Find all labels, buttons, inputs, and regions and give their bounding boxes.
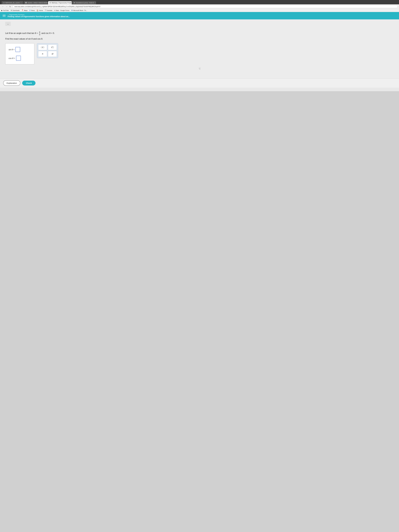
tab-dandelions-label: Dandelions (Lyrics) - Ruth B [76,2,94,4]
bookmarks-bar: ▶ YouTube ⬇ Downloads 📍 Maps G News 🏠 Ho… [0,9,399,12]
back-button[interactable]: ← [1,5,5,8]
cos-input-row: cos θ = [9,56,31,61]
header-text: ● Trigonometric Functions Finding values… [8,14,70,18]
collapse-area: ⌄ [0,19,399,28]
stats-icon: ≡ [54,10,55,11]
explanation-button[interactable]: Explanation [3,80,20,86]
collapse-button[interactable]: ⌄ [5,22,11,26]
hamburger-line3 [3,16,6,17]
hamburger-line2 [3,16,6,16]
input-box-container: sin θ = cos θ = [5,43,34,64]
bookmark-stats[interactable]: ≡ Stats - Google Forms [54,10,70,11]
tab-mathway-label: Mathway | Trigonometry Proble [52,2,72,4]
problem-fraction: 4 3 [39,31,40,36]
cursor-indicator: ☟ [5,64,394,73]
address-bar-row: ← → ↻ www-awy.aleks.com/alekscgi/x/lsl.e… [0,4,399,9]
problem-line2: Find the exact values of sin θ and cos θ… [5,37,394,41]
bookmark-home[interactable]: 🏠 Home [37,10,43,11]
bookmark-home-label: Home [39,10,43,11]
browser-chrome: nt / MATH165_B2_1Q242 ✕ 🅐 ALEKS - HASLY … [0,0,399,4]
tab-aleks-label: ALEKS - HASLY VINCE WONG - [28,2,48,4]
bookmark-microsoft[interactable]: W Microsoft Word - Tri... [71,10,87,11]
header-subtitle: ● Trigonometric Functions [8,14,70,15]
hamburger-line1 [3,15,6,15]
bookmark-downloads-label: Downloads [13,10,19,11]
times-button[interactable]: × [38,51,47,57]
tab-math165-close[interactable]: ✕ [21,2,22,4]
home-icon: 🏠 [37,10,38,11]
translate-icon: T [45,10,46,11]
header-title: Finding values of trigonometric function… [8,15,70,18]
bookmark-maps[interactable]: 📍 Maps [21,10,28,11]
tab-math165[interactable]: nt / MATH165_B2_1Q242 ✕ [2,1,23,4]
bookmark-translate-label: Translate [46,10,52,11]
bookmark-news[interactable]: G News [29,10,35,11]
youtube-icon: ▶ [1,10,2,11]
bottom-bar: Explanation Check [0,78,399,88]
tab-math165-label: nt / MATH165_B2_1Q242 [3,2,20,4]
tab-dandelions-close[interactable]: ✕ [95,2,96,3]
bookmark-youtube[interactable]: ▶ YouTube [1,10,9,11]
problem-area: Let θ be an angle such that tan θ = 4 3 … [0,28,399,78]
address-bar[interactable]: www-awy.aleks.com/alekscgi/x/lsl.exe/1o_… [13,5,398,8]
math-keyboard: □/□ √□ × ↺ [37,43,58,58]
news-icon: G [29,10,31,11]
tab-dandelions-favicon: ▶ [74,2,75,4]
sin-answer-input[interactable] [15,47,20,52]
cos-answer-input[interactable] [16,56,21,61]
aleks-wrapper: ● Trigonometric Functions Finding values… [0,12,399,91]
check-button[interactable]: Check [22,81,36,86]
tab-dandelions[interactable]: ▶ Dandelions (Lyrics) - Ruth B ✕ [72,1,96,4]
tab-mathway-favicon: M [50,2,51,4]
bookmark-news-label: News [31,10,35,11]
bookmark-youtube-label: YouTube [3,10,9,11]
hamburger-menu[interactable] [3,15,6,17]
bookmark-microsoft-label: Microsoft Word - Tri... [73,10,87,11]
tab-bar: nt / MATH165_B2_1Q242 ✕ 🅐 ALEKS - HASLY … [2,1,397,4]
problem-line1: Let θ be an angle such that tan θ = 4 3 … [5,31,394,36]
microsoft-icon: W [71,10,73,11]
tab-aleks[interactable]: 🅐 ALEKS - HASLY VINCE WONG - ✕ [24,1,48,4]
refresh-button[interactable]: ↻ [9,5,12,8]
tab-mathway[interactable]: M Mathway | Trigonometry Proble ✕ [48,1,72,4]
cursor-icon: ☟ [199,67,200,70]
undo-button[interactable]: ↺ [48,51,57,57]
bookmark-translate[interactable]: T Translate [45,10,52,11]
fraction-button[interactable]: □/□ [38,44,47,50]
cos-label: cos θ = [9,57,15,59]
aleks-header: ● Trigonometric Functions Finding values… [0,12,399,19]
sin-label: sin θ = [9,48,14,51]
bookmark-downloads[interactable]: ⬇ Downloads [11,10,19,11]
bookmark-stats-label: Stats - Google Forms [56,10,70,11]
bookmark-maps-label: Maps [24,10,28,11]
nav-buttons: ← → ↻ [1,5,12,8]
maps-icon: 📍 [21,10,24,11]
forward-button[interactable]: → [5,5,8,8]
answer-area: sin θ = cos θ = □/□ √□ × [5,43,394,64]
sqrt-button[interactable]: √□ [48,44,57,50]
downloads-icon: ⬇ [11,10,12,11]
sin-input-row: sin θ = [9,47,31,52]
tab-aleks-favicon: 🅐 [25,2,27,4]
